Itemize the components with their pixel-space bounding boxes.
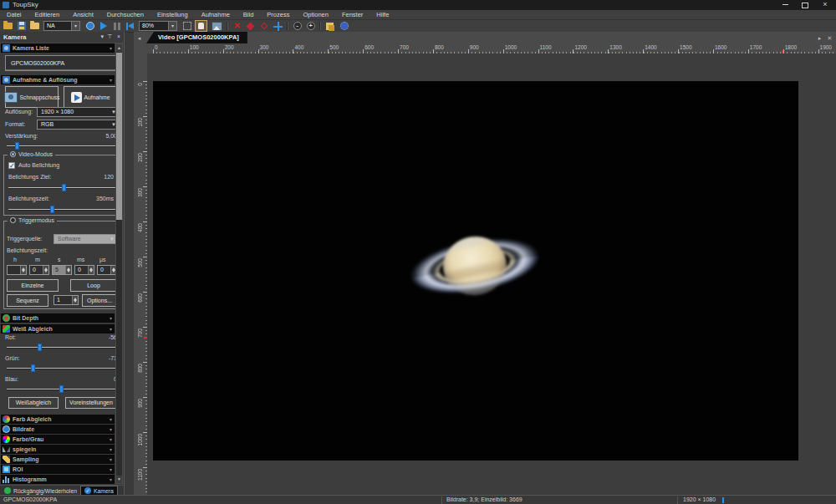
blue-slider[interactable] [7, 385, 117, 393]
single-shot-button[interactable]: Einzelne [7, 279, 59, 292]
tab-scroll-left-icon[interactable]: ◂ [135, 33, 144, 43]
section-color-adjust[interactable]: Farb Abgleich ▾ [1, 415, 115, 424]
scrollbar-thumb[interactable] [116, 53, 122, 220]
video-mode-radio-row[interactable]: Video-Modus [8, 151, 55, 157]
pause-button[interactable] [110, 20, 123, 32]
section-bit-depth[interactable]: Bit Depth ▾ [1, 313, 115, 323]
color-adjust-button[interactable] [324, 20, 336, 32]
section-capture[interactable]: Aufnahme & Auflösung ▾ [1, 75, 115, 84]
maximize-button[interactable] [797, 0, 813, 10]
menu-datei[interactable]: Datei [0, 10, 28, 19]
millis-spinner[interactable]: 0 [74, 265, 94, 275]
loop-button[interactable]: Loop [70, 279, 117, 292]
close-button[interactable]: × [817, 0, 833, 10]
slider-thumb[interactable] [38, 344, 42, 351]
sequence-button[interactable]: Sequenz [7, 294, 48, 307]
section-sampling[interactable]: Sampling ▾ [1, 455, 115, 464]
section-histogram[interactable]: Histogramm ▾ [1, 475, 115, 484]
minimize-button[interactable] [777, 0, 793, 10]
exposure-target-slider[interactable] [8, 184, 115, 191]
open-file-button[interactable] [2, 20, 14, 32]
spinner-arrows-icon[interactable] [20, 266, 26, 274]
radio-icon[interactable] [10, 151, 16, 157]
resolution-dropdown[interactable]: 1920 × 1080 ▼ [37, 107, 119, 117]
minutes-spinner[interactable]: 0 [29, 265, 49, 275]
chevron-down-icon[interactable]: ▾ [168, 22, 176, 30]
auto-exposure-label[interactable]: Auto Belichtung [18, 162, 59, 168]
panel-close-icon[interactable]: × [117, 33, 120, 39]
menu-ansicht[interactable]: Ansicht [66, 10, 100, 19]
slider-thumb[interactable] [31, 364, 35, 372]
zoom-in-button[interactable]: + [304, 20, 317, 32]
settings-button[interactable] [338, 20, 350, 32]
section-color-gray[interactable]: Farbe/Grau ▾ [1, 435, 115, 444]
green-slider[interactable] [7, 364, 117, 372]
radio-icon[interactable] [10, 217, 16, 223]
slider-thumb[interactable] [15, 142, 19, 150]
red-slider[interactable] [7, 344, 117, 351]
browse-button[interactable] [28, 20, 41, 32]
image-view-button[interactable] [211, 20, 223, 32]
menu-aufnahme[interactable]: Aufnahme [195, 10, 237, 19]
options-button[interactable]: Options... [82, 294, 117, 307]
chevron-down-icon[interactable]: ▾ [71, 22, 79, 30]
video-canvas[interactable] [147, 53, 836, 495]
snapshot-button[interactable]: Schnappschuss [5, 86, 59, 108]
save-button[interactable] [15, 20, 28, 32]
pin-icon[interactable]: ⊤ [107, 33, 112, 40]
hours-spinner[interactable] [7, 265, 27, 275]
menu-editieren[interactable]: Editieren [28, 10, 67, 19]
tab-close-icon[interactable]: ✕ [825, 33, 834, 43]
menu-prozess[interactable]: Prozess [260, 10, 296, 19]
spinner-arrows-icon[interactable] [88, 266, 94, 274]
play-button[interactable] [97, 20, 110, 32]
section-framerate[interactable]: Bildrate ▾ [1, 425, 115, 434]
timer-button[interactable] [84, 20, 96, 32]
slider-thumb[interactable] [50, 206, 54, 213]
sequence-count-spinner[interactable]: 1 [54, 295, 79, 305]
menu-durchsuchen[interactable]: Durchsuchen [100, 10, 150, 19]
camera-frame[interactable] [153, 81, 798, 461]
defaults-button[interactable]: Voreinstellungen [65, 397, 117, 409]
menu-fenster[interactable]: Fenster [335, 10, 370, 19]
trigger-mode-radio-row[interactable]: Triggermodus [8, 217, 57, 223]
zoom-out-button[interactable]: - [291, 20, 303, 32]
panel-scrollbar[interactable]: ▲ ▼ [115, 43, 123, 484]
gain-slider[interactable] [7, 142, 117, 150]
menu-bild[interactable]: Bild [237, 10, 261, 19]
marker-outline-button[interactable] [257, 20, 270, 32]
marker-solid-button[interactable] [244, 20, 257, 32]
spinner-arrows-icon[interactable] [43, 266, 48, 274]
select-region-button[interactable] [181, 20, 193, 32]
panel-menu-icon[interactable]: ▾ [100, 33, 104, 40]
record-button[interactable]: Aufnahme [64, 86, 117, 108]
delete-marker-button[interactable]: ✕ [231, 20, 243, 32]
rewind-button[interactable] [124, 20, 136, 32]
spinner-arrows-icon[interactable] [72, 296, 78, 304]
section-white-balance[interactable]: Weiß Abgleich ▾ [1, 324, 115, 333]
menu-hilfe[interactable]: Hilfe [370, 10, 395, 19]
seconds-spinner[interactable]: 5 [52, 265, 72, 275]
scroll-up-icon[interactable]: ▲ [116, 44, 122, 52]
camera-list-item[interactable]: GPCMOS02000KPA [6, 56, 118, 70]
video-tab[interactable]: Video [GPCMOS02000KPA] [146, 32, 247, 43]
tab-scroll-right-icon[interactable]: ▸ [815, 33, 824, 43]
white-balance-button[interactable]: Weißabgleich [8, 397, 59, 409]
micros-spinner[interactable]: 0 [97, 265, 117, 275]
section-roi[interactable]: ROI ▾ [1, 465, 115, 474]
format-dropdown[interactable]: RGB ▼ [37, 120, 119, 130]
zoom-select[interactable]: 80% ▾ [139, 21, 177, 31]
section-camera-list[interactable]: Kamera Liste ▾ [1, 43, 115, 53]
scroll-down-icon[interactable]: ▼ [116, 476, 122, 483]
move-tool-button[interactable] [272, 20, 284, 32]
auto-exposure-checkbox[interactable]: ✓ [8, 162, 15, 169]
exposure-time-slider[interactable] [8, 206, 115, 213]
section-mirror[interactable]: spiegeln ▾ [1, 445, 115, 454]
pan-tool-button[interactable] [195, 20, 207, 32]
spinner-arrows-icon[interactable] [65, 266, 71, 274]
camera-select[interactable]: NA ▾ [43, 21, 80, 31]
menu-einstellung[interactable]: Einstellung [150, 10, 195, 19]
menu-optionen[interactable]: Optionen [296, 10, 334, 19]
slider-thumb[interactable] [59, 385, 64, 393]
slider-thumb[interactable] [62, 184, 66, 191]
